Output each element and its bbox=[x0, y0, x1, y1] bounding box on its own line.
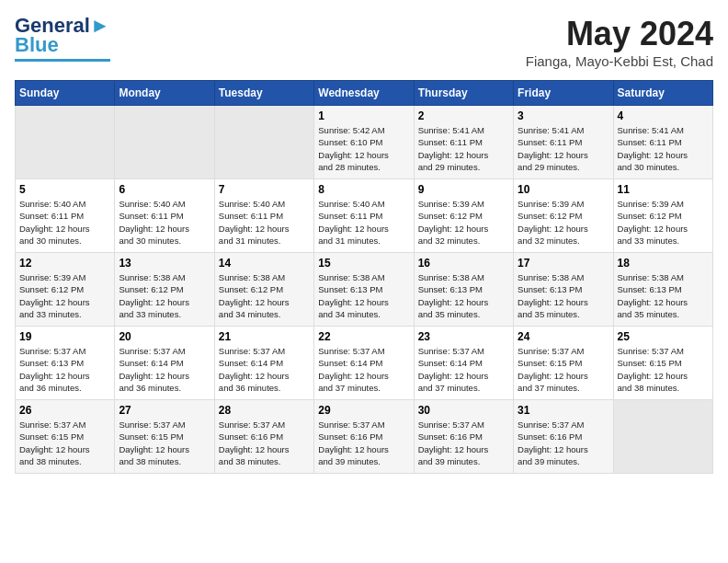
day-info: Sunrise: 5:38 AMSunset: 6:13 PMDaylight:… bbox=[518, 271, 609, 320]
calendar-cell: 30Sunrise: 5:37 AMSunset: 6:16 PMDayligh… bbox=[414, 400, 513, 474]
day-number: 14 bbox=[219, 257, 310, 270]
day-info: Sunrise: 5:37 AMSunset: 6:14 PMDaylight:… bbox=[318, 345, 409, 394]
day-info: Sunrise: 5:37 AMSunset: 6:16 PMDaylight:… bbox=[219, 419, 310, 467]
calendar-cell: 24Sunrise: 5:37 AMSunset: 6:15 PMDayligh… bbox=[514, 327, 613, 400]
calendar-cell bbox=[613, 400, 712, 474]
logo-underline bbox=[15, 59, 110, 62]
day-info: Sunrise: 5:37 AMSunset: 6:16 PMDaylight:… bbox=[518, 419, 609, 467]
day-info: Sunrise: 5:37 AMSunset: 6:15 PMDaylight:… bbox=[518, 345, 609, 394]
day-info: Sunrise: 5:41 AMSunset: 6:11 PMDaylight:… bbox=[618, 124, 709, 173]
day-info: Sunrise: 5:37 AMSunset: 6:14 PMDaylight:… bbox=[418, 345, 509, 394]
weekday-header: Tuesday bbox=[214, 81, 313, 106]
day-number: 2 bbox=[418, 109, 509, 122]
calendar-table: SundayMondayTuesdayWednesdayThursdayFrid… bbox=[15, 80, 713, 474]
day-info: Sunrise: 5:39 AMSunset: 6:12 PMDaylight:… bbox=[518, 198, 609, 247]
day-info: Sunrise: 5:41 AMSunset: 6:11 PMDaylight:… bbox=[518, 124, 609, 173]
weekday-header: Saturday bbox=[613, 81, 712, 106]
day-number: 3 bbox=[518, 109, 609, 122]
day-info: Sunrise: 5:38 AMSunset: 6:12 PMDaylight:… bbox=[219, 271, 310, 320]
day-number: 26 bbox=[19, 404, 110, 417]
day-info: Sunrise: 5:40 AMSunset: 6:11 PMDaylight:… bbox=[219, 198, 310, 247]
day-number: 17 bbox=[518, 257, 609, 270]
day-number: 24 bbox=[518, 330, 609, 343]
calendar-cell: 5Sunrise: 5:40 AMSunset: 6:11 PMDaylight… bbox=[16, 179, 115, 253]
calendar-cell: 17Sunrise: 5:38 AMSunset: 6:13 PMDayligh… bbox=[514, 253, 613, 327]
weekday-header: Thursday bbox=[414, 81, 513, 106]
day-number: 5 bbox=[19, 183, 110, 196]
day-info: Sunrise: 5:37 AMSunset: 6:14 PMDaylight:… bbox=[119, 345, 210, 394]
location: Fianga, Mayo-Kebbi Est, Chad bbox=[526, 53, 713, 69]
calendar-cell: 26Sunrise: 5:37 AMSunset: 6:15 PMDayligh… bbox=[16, 400, 115, 474]
day-number: 7 bbox=[219, 183, 310, 196]
calendar-cell: 19Sunrise: 5:37 AMSunset: 6:13 PMDayligh… bbox=[16, 327, 115, 400]
calendar-cell: 2Sunrise: 5:41 AMSunset: 6:11 PMDaylight… bbox=[414, 106, 513, 179]
calendar-cell: 1Sunrise: 5:42 AMSunset: 6:10 PMDaylight… bbox=[314, 106, 414, 179]
day-number: 10 bbox=[518, 183, 609, 196]
day-number: 21 bbox=[219, 330, 310, 343]
page-header: General► Blue May 2024 Fianga, Mayo-Kebb… bbox=[15, 15, 713, 69]
day-number: 4 bbox=[618, 109, 709, 122]
day-number: 23 bbox=[418, 330, 509, 343]
day-info: Sunrise: 5:39 AMSunset: 6:12 PMDaylight:… bbox=[418, 198, 509, 247]
day-number: 20 bbox=[119, 330, 210, 343]
calendar-cell bbox=[115, 106, 214, 179]
logo: General► Blue bbox=[15, 15, 110, 62]
day-info: Sunrise: 5:37 AMSunset: 6:16 PMDaylight:… bbox=[318, 419, 409, 467]
calendar-cell: 23Sunrise: 5:37 AMSunset: 6:14 PMDayligh… bbox=[414, 327, 513, 400]
day-number: 8 bbox=[318, 183, 409, 196]
week-row: 5Sunrise: 5:40 AMSunset: 6:11 PMDaylight… bbox=[16, 179, 713, 253]
day-info: Sunrise: 5:37 AMSunset: 6:16 PMDaylight:… bbox=[418, 419, 509, 467]
calendar-cell: 9Sunrise: 5:39 AMSunset: 6:12 PMDaylight… bbox=[414, 179, 513, 253]
calendar-cell: 14Sunrise: 5:38 AMSunset: 6:12 PMDayligh… bbox=[214, 253, 313, 327]
weekday-header: Friday bbox=[514, 81, 613, 106]
calendar-cell: 6Sunrise: 5:40 AMSunset: 6:11 PMDaylight… bbox=[115, 179, 214, 253]
day-info: Sunrise: 5:42 AMSunset: 6:10 PMDaylight:… bbox=[318, 124, 409, 173]
weekday-header-row: SundayMondayTuesdayWednesdayThursdayFrid… bbox=[16, 81, 713, 106]
day-info: Sunrise: 5:41 AMSunset: 6:11 PMDaylight:… bbox=[418, 124, 509, 173]
day-info: Sunrise: 5:40 AMSunset: 6:11 PMDaylight:… bbox=[19, 198, 110, 247]
day-number: 11 bbox=[618, 183, 709, 196]
day-info: Sunrise: 5:40 AMSunset: 6:11 PMDaylight:… bbox=[318, 198, 409, 247]
calendar-cell: 13Sunrise: 5:38 AMSunset: 6:12 PMDayligh… bbox=[115, 253, 214, 327]
calendar-cell: 21Sunrise: 5:37 AMSunset: 6:14 PMDayligh… bbox=[214, 327, 313, 400]
day-info: Sunrise: 5:37 AMSunset: 6:14 PMDaylight:… bbox=[219, 345, 310, 394]
day-number: 18 bbox=[618, 257, 709, 270]
day-number: 22 bbox=[318, 330, 409, 343]
day-number: 13 bbox=[119, 257, 210, 270]
weekday-header: Wednesday bbox=[314, 81, 414, 106]
day-number: 6 bbox=[119, 183, 210, 196]
day-info: Sunrise: 5:39 AMSunset: 6:12 PMDaylight:… bbox=[618, 198, 709, 247]
day-info: Sunrise: 5:38 AMSunset: 6:13 PMDaylight:… bbox=[318, 271, 409, 320]
day-number: 31 bbox=[518, 404, 609, 417]
calendar-cell: 7Sunrise: 5:40 AMSunset: 6:11 PMDaylight… bbox=[214, 179, 313, 253]
day-info: Sunrise: 5:38 AMSunset: 6:13 PMDaylight:… bbox=[618, 271, 709, 320]
day-number: 12 bbox=[19, 257, 110, 270]
weekday-header: Monday bbox=[115, 81, 214, 106]
calendar-cell: 28Sunrise: 5:37 AMSunset: 6:16 PMDayligh… bbox=[214, 400, 313, 474]
calendar-cell bbox=[214, 106, 313, 179]
day-info: Sunrise: 5:38 AMSunset: 6:13 PMDaylight:… bbox=[418, 271, 509, 320]
day-info: Sunrise: 5:37 AMSunset: 6:15 PMDaylight:… bbox=[618, 345, 709, 394]
calendar-cell: 31Sunrise: 5:37 AMSunset: 6:16 PMDayligh… bbox=[514, 400, 613, 474]
calendar-cell: 27Sunrise: 5:37 AMSunset: 6:15 PMDayligh… bbox=[115, 400, 214, 474]
week-row: 26Sunrise: 5:37 AMSunset: 6:15 PMDayligh… bbox=[16, 400, 713, 474]
weekday-header: Sunday bbox=[16, 81, 115, 106]
calendar-cell: 3Sunrise: 5:41 AMSunset: 6:11 PMDaylight… bbox=[514, 106, 613, 179]
calendar-cell: 16Sunrise: 5:38 AMSunset: 6:13 PMDayligh… bbox=[414, 253, 513, 327]
day-info: Sunrise: 5:40 AMSunset: 6:11 PMDaylight:… bbox=[119, 198, 210, 247]
day-info: Sunrise: 5:38 AMSunset: 6:12 PMDaylight:… bbox=[119, 271, 210, 320]
calendar-cell: 4Sunrise: 5:41 AMSunset: 6:11 PMDaylight… bbox=[613, 106, 712, 179]
day-info: Sunrise: 5:37 AMSunset: 6:15 PMDaylight:… bbox=[119, 419, 210, 467]
day-info: Sunrise: 5:39 AMSunset: 6:12 PMDaylight:… bbox=[19, 271, 110, 320]
day-number: 25 bbox=[618, 330, 709, 343]
day-number: 27 bbox=[119, 404, 210, 417]
title-section: May 2024 Fianga, Mayo-Kebbi Est, Chad bbox=[526, 15, 713, 69]
calendar-cell: 25Sunrise: 5:37 AMSunset: 6:15 PMDayligh… bbox=[613, 327, 712, 400]
calendar-cell: 8Sunrise: 5:40 AMSunset: 6:11 PMDaylight… bbox=[314, 179, 414, 253]
calendar-cell: 10Sunrise: 5:39 AMSunset: 6:12 PMDayligh… bbox=[514, 179, 613, 253]
day-info: Sunrise: 5:37 AMSunset: 6:13 PMDaylight:… bbox=[19, 345, 110, 394]
calendar-cell: 22Sunrise: 5:37 AMSunset: 6:14 PMDayligh… bbox=[314, 327, 414, 400]
calendar-cell: 18Sunrise: 5:38 AMSunset: 6:13 PMDayligh… bbox=[613, 253, 712, 327]
calendar-cell: 15Sunrise: 5:38 AMSunset: 6:13 PMDayligh… bbox=[314, 253, 414, 327]
day-number: 16 bbox=[418, 257, 509, 270]
